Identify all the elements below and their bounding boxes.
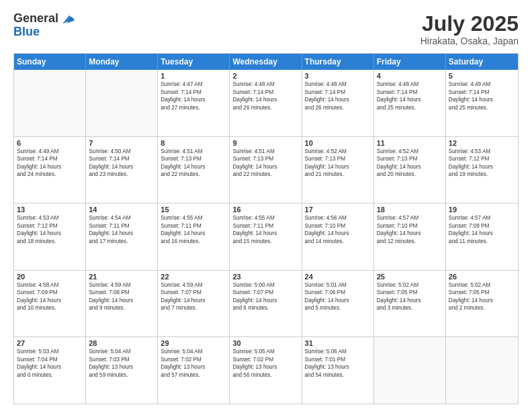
sunset-text: Sunset: 7:06 PM — [305, 289, 371, 296]
sunrise-text: Sunrise: 4:53 AM — [17, 214, 83, 222]
daylight-text-1: Daylight: 14 hours — [232, 230, 298, 237]
daylight-text-1: Daylight: 14 hours — [89, 230, 154, 237]
day-number: 9 — [232, 139, 298, 147]
sunset-text: Sunset: 7:11 PM — [161, 222, 226, 230]
logo-icon — [60, 14, 75, 25]
sunset-text: Sunset: 7:10 PM — [377, 222, 443, 230]
sunset-text: Sunset: 7:11 PM — [232, 222, 298, 230]
daylight-text-1: Daylight: 14 hours — [377, 297, 443, 304]
daylight-text-2: and 7 minutes. — [161, 304, 226, 312]
daylight-text-2: and 22 minutes. — [232, 171, 298, 178]
daylight-text-1: Daylight: 13 hours — [89, 363, 154, 371]
daylight-text-2: and 59 minutes. — [89, 371, 154, 379]
cal-cell: 2Sunrise: 4:48 AMSunset: 7:14 PMDaylight… — [230, 70, 302, 136]
daylight-text-1: Daylight: 14 hours — [305, 163, 371, 171]
sunset-text: Sunset: 7:10 PM — [305, 222, 371, 230]
sunset-text: Sunset: 7:02 PM — [161, 356, 226, 363]
daylight-text-2: and 20 minutes. — [377, 171, 443, 178]
sunset-text: Sunset: 7:07 PM — [161, 289, 226, 296]
cal-cell: 17Sunrise: 4:56 AMSunset: 7:10 PMDayligh… — [302, 203, 374, 270]
day-number: 1 — [161, 72, 226, 80]
sunrise-text: Sunrise: 4:49 AM — [17, 148, 83, 155]
sunrise-text: Sunrise: 5:02 AM — [377, 281, 443, 289]
header-saturday: Saturday — [446, 54, 518, 70]
daylight-text-2: and 15 minutes. — [232, 238, 298, 245]
cal-cell: 15Sunrise: 4:55 AMSunset: 7:11 PMDayligh… — [158, 203, 230, 270]
header: General Blue July 2025 Hirakata, Osaka, … — [13, 12, 519, 46]
sunrise-text: Sunrise: 5:00 AM — [232, 281, 298, 289]
daylight-text-1: Daylight: 14 hours — [232, 297, 298, 304]
daylight-text-1: Daylight: 14 hours — [232, 163, 298, 171]
cal-cell — [14, 70, 86, 136]
sunrise-text: Sunrise: 4:55 AM — [161, 214, 226, 222]
sunset-text: Sunset: 7:14 PM — [17, 155, 83, 163]
header-friday: Friday — [374, 54, 446, 70]
sunset-text: Sunset: 7:08 PM — [89, 289, 154, 296]
logo-general: General — [13, 12, 58, 26]
day-number: 28 — [89, 339, 154, 347]
sunrise-text: Sunrise: 5:04 AM — [161, 348, 226, 355]
header-thursday: Thursday — [302, 54, 374, 70]
daylight-text-1: Daylight: 14 hours — [89, 163, 154, 171]
subtitle: Hirakata, Osaka, Japan — [420, 36, 519, 46]
day-number: 16 — [232, 205, 298, 214]
daylight-text-2: and 57 minutes. — [161, 371, 226, 379]
daylight-text-1: Daylight: 14 hours — [377, 96, 443, 103]
logo: General Blue — [13, 12, 75, 39]
daylight-text-2: and 9 minutes. — [89, 304, 154, 312]
daylight-text-1: Daylight: 14 hours — [17, 230, 83, 237]
day-number: 4 — [377, 72, 443, 80]
header-tuesday: Tuesday — [158, 54, 230, 70]
daylight-text-1: Daylight: 14 hours — [305, 96, 371, 103]
day-number: 15 — [161, 205, 226, 214]
daylight-text-2: and 16 minutes. — [161, 238, 226, 245]
daylight-text-2: and 5 minutes. — [305, 304, 371, 312]
cal-cell: 27Sunrise: 5:03 AMSunset: 7:04 PMDayligh… — [14, 337, 86, 404]
daylight-text-1: Daylight: 14 hours — [161, 96, 226, 103]
cal-cell: 8Sunrise: 4:51 AMSunset: 7:13 PMDaylight… — [158, 137, 230, 203]
header-sunday: Sunday — [14, 54, 86, 70]
cal-cell: 20Sunrise: 4:58 AMSunset: 7:09 PMDayligh… — [14, 271, 86, 337]
cal-cell: 4Sunrise: 4:48 AMSunset: 7:14 PMDaylight… — [374, 70, 446, 136]
cal-week-0: 1Sunrise: 4:47 AMSunset: 7:14 PMDaylight… — [14, 70, 518, 137]
sunset-text: Sunset: 7:11 PM — [89, 222, 154, 230]
sunset-text: Sunset: 7:14 PM — [305, 89, 371, 96]
cal-cell: 19Sunrise: 4:57 AMSunset: 7:09 PMDayligh… — [446, 203, 518, 270]
day-number: 10 — [305, 139, 371, 147]
sunset-text: Sunset: 7:05 PM — [449, 289, 515, 296]
cal-cell: 28Sunrise: 5:04 AMSunset: 7:03 PMDayligh… — [86, 337, 158, 404]
daylight-text-1: Daylight: 14 hours — [449, 297, 515, 304]
daylight-text-1: Daylight: 14 hours — [232, 96, 298, 103]
cal-cell: 31Sunrise: 5:06 AMSunset: 7:01 PMDayligh… — [302, 337, 374, 404]
cal-cell: 25Sunrise: 5:02 AMSunset: 7:05 PMDayligh… — [374, 271, 446, 337]
day-number: 25 — [377, 273, 443, 281]
sunset-text: Sunset: 7:02 PM — [232, 356, 298, 363]
daylight-text-2: and 6 minutes. — [232, 304, 298, 312]
daylight-text-1: Daylight: 14 hours — [305, 297, 371, 304]
day-number: 21 — [89, 273, 154, 281]
daylight-text-2: and 21 minutes. — [305, 171, 371, 178]
cal-cell: 3Sunrise: 4:48 AMSunset: 7:14 PMDaylight… — [302, 70, 374, 136]
sunset-text: Sunset: 7:03 PM — [89, 356, 154, 363]
cal-cell — [446, 337, 518, 404]
sunrise-text: Sunrise: 4:51 AM — [232, 148, 298, 155]
sunrise-text: Sunrise: 4:48 AM — [377, 81, 443, 88]
sunrise-text: Sunrise: 4:52 AM — [305, 148, 371, 155]
sunrise-text: Sunrise: 5:01 AM — [305, 281, 371, 289]
cal-cell: 12Sunrise: 4:53 AMSunset: 7:12 PMDayligh… — [446, 137, 518, 203]
sunset-text: Sunset: 7:13 PM — [305, 155, 371, 163]
daylight-text-2: and 25 minutes. — [377, 104, 443, 111]
cal-cell — [374, 337, 446, 404]
page: General Blue July 2025 Hirakata, Osaka, … — [0, 0, 532, 411]
day-number: 12 — [449, 139, 515, 147]
daylight-text-1: Daylight: 14 hours — [377, 230, 443, 237]
daylight-text-2: and 24 minutes. — [17, 171, 83, 178]
day-number: 3 — [305, 72, 371, 80]
header-wednesday: Wednesday — [230, 54, 302, 70]
day-number: 31 — [305, 339, 371, 347]
cal-cell: 11Sunrise: 4:52 AMSunset: 7:13 PMDayligh… — [374, 137, 446, 203]
sunrise-text: Sunrise: 4:56 AM — [305, 214, 371, 222]
daylight-text-2: and 12 minutes. — [377, 238, 443, 245]
header-monday: Monday — [86, 54, 158, 70]
daylight-text-2: and 26 minutes. — [305, 104, 371, 111]
